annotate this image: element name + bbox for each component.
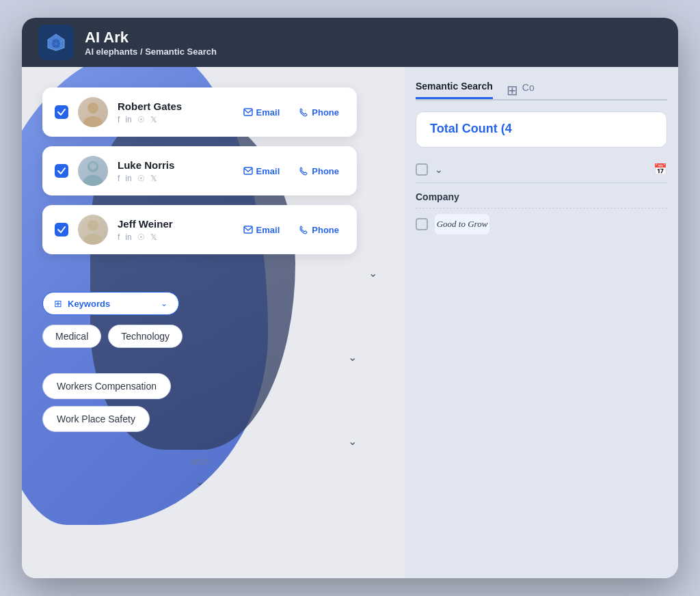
keywords-dropdown[interactable]: ⊞ Keywords ⌄ xyxy=(42,292,179,315)
contact-info-jeff: Jeff Weiner f in ☉ 𝕏 xyxy=(118,218,228,242)
search-row: arch xyxy=(42,450,357,472)
contact-name-robert: Robert Gates xyxy=(118,100,228,112)
social-icons-jeff: f in ☉ 𝕏 xyxy=(118,232,228,242)
checkbox-jeff[interactable] xyxy=(55,223,68,236)
grid-icon: ⊞ xyxy=(54,298,62,309)
email-btn-luke[interactable]: Email xyxy=(238,163,286,179)
right-panel: Semantic Search ⊞ Co Total Count (4 ⌄ xyxy=(405,67,678,578)
total-count-card: Total Count (4 xyxy=(416,111,667,148)
tab-semantic-search[interactable]: Semantic Search xyxy=(416,81,493,99)
chevron-down-icon-bottom[interactable]: ⌄ xyxy=(196,475,204,488)
chevron-down-icon-keywords: ⌄ xyxy=(161,299,167,308)
logo xyxy=(38,25,74,60)
chevron-row-bottom: ⌄ xyxy=(42,472,357,491)
twitter-icon-jeff: 𝕏 xyxy=(150,232,157,242)
left-panel: Robert Gates f in ☉ 𝕏 Email xyxy=(22,67,405,578)
social-icons-robert: f in ☉ 𝕏 xyxy=(118,115,228,124)
filter-row: ⌄ 📅 xyxy=(416,156,667,183)
svg-point-10 xyxy=(90,163,96,170)
breadcrumb-prefix: AI elephants / xyxy=(85,46,143,57)
semantic-search-label: Semantic Search xyxy=(416,81,493,92)
linkedin-icon-jeff: in xyxy=(125,232,131,242)
right-panel-content: Semantic Search ⊞ Co Total Count (4 ⌄ xyxy=(405,67,678,254)
app-name: AI Ark xyxy=(85,29,217,46)
keyword-tag-medical[interactable]: Medical xyxy=(42,325,101,348)
phone-btn-jeff[interactable]: Phone xyxy=(293,222,345,238)
building-icon: ⊞ xyxy=(507,82,518,98)
email-btn-jeff[interactable]: Email xyxy=(238,222,286,238)
instagram-icon: ☉ xyxy=(137,115,145,124)
contact-name-jeff: Jeff Weiner xyxy=(118,218,228,230)
checkbox-luke[interactable] xyxy=(55,164,68,178)
header-title: AI Ark AI elephants / Semantic Search xyxy=(85,29,217,57)
svg-point-5 xyxy=(88,103,98,113)
main-area: Robert Gates f in ☉ 𝕏 Email xyxy=(22,67,678,578)
checkbox-robert[interactable] xyxy=(55,105,68,119)
chevron-down-icon-3[interactable]: ⌄ xyxy=(348,435,357,448)
phone-btn-robert[interactable]: Phone xyxy=(293,105,345,120)
chevron-row-1: ⌄ xyxy=(36,264,391,282)
chevron-down-icon-1[interactable]: ⌄ xyxy=(368,267,377,280)
keyword-tags: Medical Technology xyxy=(42,325,357,348)
company-checkbox[interactable] xyxy=(416,218,428,230)
breadcrumb: AI elephants / Semantic Search xyxy=(85,46,217,57)
search-label: arch xyxy=(190,456,208,467)
tab-company-label: Co xyxy=(522,82,535,98)
contact-actions-jeff: Email Phone xyxy=(238,222,345,238)
twitter-icon-luke: 𝕏 xyxy=(150,174,157,183)
tab-bar: Semantic Search ⊞ Co xyxy=(416,81,667,100)
company-header: Company xyxy=(416,183,667,208)
company-name-label: Good to Grow xyxy=(437,219,488,230)
svg-point-12 xyxy=(88,220,98,231)
svg-point-6 xyxy=(83,116,103,127)
filter-checkbox[interactable] xyxy=(416,163,428,176)
company-row: Good to Grow xyxy=(416,208,667,240)
svg-rect-11 xyxy=(244,167,252,174)
calendar-icon: 📅 xyxy=(654,163,667,176)
keyword-tag-workplace-safety[interactable]: Work Place Safety xyxy=(42,406,150,432)
facebook-icon-jeff: f xyxy=(118,232,120,242)
contact-actions-robert: Email Phone xyxy=(238,105,345,120)
linkedin-icon: in xyxy=(125,115,131,124)
total-count-title: Total Count (4 xyxy=(430,122,653,136)
avatar-robert xyxy=(78,97,108,127)
svg-rect-7 xyxy=(244,109,252,116)
contact-card-robert: Robert Gates f in ☉ 𝕏 Email xyxy=(42,87,357,137)
chevron-row-2: ⌄ xyxy=(42,348,357,366)
instagram-icon-jeff: ☉ xyxy=(137,232,145,242)
breadcrumb-current: Semantic Search xyxy=(145,46,217,57)
facebook-icon: f xyxy=(118,115,120,124)
tab-company[interactable]: ⊞ Co xyxy=(507,82,535,98)
linkedin-icon-luke: in xyxy=(125,174,131,183)
svg-point-9 xyxy=(83,175,103,186)
avatar-jeff xyxy=(78,215,108,245)
keyword-tag-workers-comp[interactable]: Workers Compensation xyxy=(42,373,171,399)
keywords-dropdown-label: Keywords xyxy=(68,299,155,309)
contact-info-robert: Robert Gates f in ☉ 𝕏 xyxy=(118,100,228,124)
contact-card-jeff: Jeff Weiner f in ☉ 𝕏 Email P xyxy=(42,205,357,254)
chevron-down-icon-2[interactable]: ⌄ xyxy=(348,351,357,364)
contact-actions-luke: Email Phone xyxy=(238,163,345,179)
instagram-icon-luke: ☉ xyxy=(137,174,145,183)
contact-card-luke: Luke Norris f in ☉ 𝕏 Email P xyxy=(42,146,357,195)
keywords-section: ⊞ Keywords ⌄ Medical Technology ⌄ Worker… xyxy=(42,292,357,491)
contact-name-luke: Luke Norris xyxy=(118,159,228,171)
twitter-icon: 𝕏 xyxy=(150,115,157,124)
contact-info-luke: Luke Norris f in ☉ 𝕏 xyxy=(118,159,228,183)
avatar-luke xyxy=(78,156,108,186)
app-window: AI Ark AI elephants / Semantic Search xyxy=(22,18,678,578)
social-icons-luke: f in ☉ 𝕏 xyxy=(118,174,228,183)
phone-btn-luke[interactable]: Phone xyxy=(293,163,345,179)
header: AI Ark AI elephants / Semantic Search xyxy=(22,18,678,67)
facebook-icon-luke: f xyxy=(118,174,120,183)
company-logo-good-to-grow: Good to Grow xyxy=(435,214,489,234)
email-btn-robert[interactable]: Email xyxy=(238,105,286,120)
svg-point-13 xyxy=(83,234,103,245)
chevron-row-3: ⌄ xyxy=(42,432,357,450)
filter-chevron-icon[interactable]: ⌄ xyxy=(435,164,443,175)
svg-rect-14 xyxy=(244,226,252,233)
keyword-tag-technology[interactable]: Technology xyxy=(108,325,183,348)
